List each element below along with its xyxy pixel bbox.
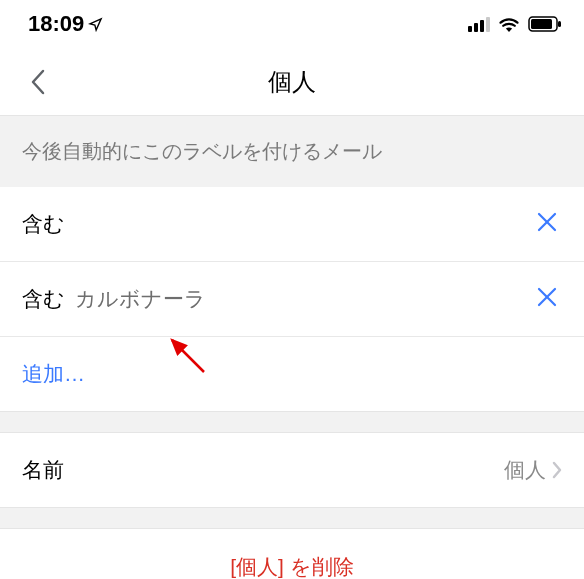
nav-bar: 個人 <box>0 48 584 116</box>
name-row[interactable]: 名前 個人 <box>0 432 584 508</box>
name-value: 個人 <box>504 456 546 484</box>
back-button[interactable] <box>20 64 56 100</box>
close-icon <box>536 286 558 308</box>
close-icon <box>536 211 558 233</box>
filter-row[interactable]: 含む カルボナーラ <box>0 262 584 337</box>
add-filter-button[interactable]: 追加… <box>0 337 584 412</box>
section-header: 今後自動的にこのラベルを付けるメール <box>0 116 584 187</box>
page-title: 個人 <box>268 66 316 98</box>
svg-rect-2 <box>558 21 561 27</box>
filter-label: 含む <box>22 210 65 238</box>
wifi-icon <box>498 16 520 32</box>
remove-filter-button[interactable] <box>532 210 562 238</box>
delete-label-button[interactable]: [個人] を削除 <box>0 528 584 579</box>
filter-value: カルボナーラ <box>75 285 532 313</box>
filter-label: 含む <box>22 285 65 313</box>
status-bar: 18:09 <box>0 0 584 48</box>
name-label: 名前 <box>22 456 494 484</box>
remove-filter-button[interactable] <box>532 285 562 313</box>
svg-rect-1 <box>531 19 552 29</box>
status-time: 18:09 <box>28 11 103 37</box>
battery-icon <box>528 16 562 32</box>
cellular-signal-icon <box>468 17 490 32</box>
time-text: 18:09 <box>28 11 84 37</box>
status-right <box>468 16 562 32</box>
filter-row[interactable]: 含む <box>0 187 584 262</box>
location-icon <box>88 17 103 32</box>
chevron-right-icon <box>552 461 562 479</box>
chevron-left-icon <box>30 69 46 95</box>
